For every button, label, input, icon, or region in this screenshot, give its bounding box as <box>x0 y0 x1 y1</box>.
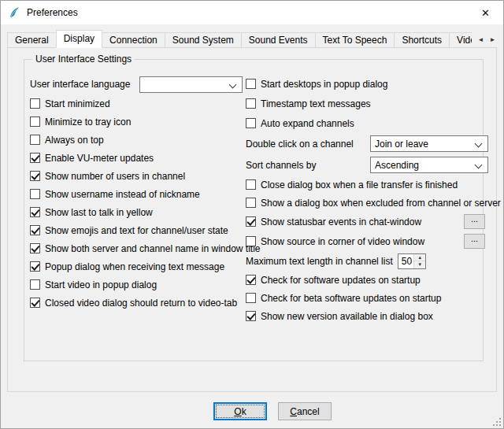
sort-channels-value: Ascending <box>375 160 419 171</box>
checkbox-label: Show both server and channel name in win… <box>45 243 261 254</box>
statusbar-events-more-button[interactable]: ... <box>464 214 485 229</box>
last-talk-checkbox[interactable] <box>30 207 40 217</box>
checkbox-label: Show last to talk in yellow <box>45 207 153 218</box>
vu-meter-checkbox[interactable] <box>30 153 40 163</box>
file-transfer-close-checkbox[interactable] <box>246 179 256 190</box>
double-click-value: Join or leave <box>375 139 428 150</box>
start-minimized-checkbox[interactable] <box>30 98 40 109</box>
checkbox-label: Close dialog box when a file transfer is… <box>261 179 458 190</box>
tab-sound-system[interactable]: Sound System <box>165 32 242 48</box>
tab-scroll-right-icon[interactable]: ► <box>487 32 498 47</box>
cancel-rest: ancel <box>297 406 320 417</box>
checkbox-row: Close dialog box when a file transfer is… <box>246 176 491 194</box>
video-source-more-button[interactable]: ... <box>464 234 485 249</box>
checkbox-row: Always on top <box>30 131 247 149</box>
right-column: Start desktops in popup dialog Timestamp… <box>246 74 491 325</box>
checkbox-label: Show a dialog box when excluded from cha… <box>261 198 501 209</box>
app-icon[interactable] <box>8 6 20 19</box>
title-bar: Preferences ✕ <box>1 1 503 24</box>
checkbox-label: Show emojis and text for channel/user st… <box>45 225 228 236</box>
checkbox-label: Auto expand channels <box>261 118 354 129</box>
cancel-button[interactable]: Cancel <box>278 402 332 420</box>
always-on-top-checkbox[interactable] <box>30 135 40 145</box>
ok-button[interactable]: Ok <box>213 402 267 420</box>
cancel-accel: C <box>290 406 297 417</box>
checkbox-label: Start desktops in popup dialog <box>261 79 387 90</box>
timestamp-checkbox[interactable] <box>246 98 256 109</box>
checkbox-label: Always on top <box>45 135 104 146</box>
tab-general[interactable]: General <box>7 32 57 48</box>
max-text-length-value[interactable]: 50 <box>398 254 413 268</box>
max-text-length-row: Maximum text length in channel list 50 ▲… <box>246 251 491 271</box>
checkbox-label: Show source in corner of video window <box>261 236 458 247</box>
tab-text-to-speech[interactable]: Text To Speech <box>315 32 395 48</box>
updates-checkbox[interactable] <box>246 275 256 285</box>
checkbox-label: Closed video dialog should return to vid… <box>45 298 237 309</box>
video-source-checkbox[interactable] <box>246 236 256 246</box>
desktops-popup-checkbox[interactable] <box>246 79 256 89</box>
statusbar-events-checkbox[interactable] <box>246 216 256 227</box>
checkbox-row: Show last to talk in yellow <box>30 203 247 221</box>
checkbox-row: Show emojis and text for channel/user st… <box>30 221 247 239</box>
checkbox-row: Minimize to tray icon <box>30 113 247 131</box>
language-select[interactable] <box>139 76 243 93</box>
display-tab-page: User Interface Settings User interface l… <box>7 47 497 392</box>
checkbox-label: Start video in popup dialog <box>45 279 157 290</box>
left-column: User interface language Start minimized … <box>30 74 247 312</box>
auto-expand-checkbox[interactable] <box>246 118 256 128</box>
tab-shortcuts[interactable]: Shortcuts <box>394 32 450 48</box>
spinner-up-icon[interactable]: ▲ <box>414 254 425 262</box>
minimize-tray-checkbox[interactable] <box>30 116 40 127</box>
checkbox-label: Show new version available in dialog box <box>261 311 433 322</box>
language-row: User interface language <box>30 74 247 94</box>
checkbox-row: Show number of users in channel <box>30 167 247 185</box>
ok-accel: O <box>234 406 241 417</box>
checkbox-row: Check for software updates on startup <box>246 271 491 289</box>
sort-channels-select[interactable]: Ascending <box>370 157 488 173</box>
window-title-checkbox[interactable] <box>30 243 40 253</box>
double-click-row: Double click on a channel Join or leave <box>246 133 491 154</box>
new-version-checkbox[interactable] <box>246 311 256 321</box>
video-source-row: Show source in corner of video window ..… <box>246 231 491 251</box>
double-click-select[interactable]: Join or leave <box>370 135 488 152</box>
beta-updates-checkbox[interactable] <box>246 293 256 303</box>
sort-channels-row: Sort channels by Ascending <box>246 154 491 176</box>
emoji-checkbox[interactable] <box>30 225 40 235</box>
video-popup-checkbox[interactable] <box>30 279 40 290</box>
checkbox-row: Closed video dialog should return to vid… <box>30 294 247 312</box>
group-title: User Interface Settings <box>32 54 135 65</box>
checkbox-label: Timestamp text messages <box>261 98 371 109</box>
checkbox-row: Show a dialog box when excluded from cha… <box>246 194 491 212</box>
window-title: Preferences <box>27 7 78 18</box>
resize-grip[interactable] <box>491 416 502 427</box>
tab-connection[interactable]: Connection <box>102 32 165 48</box>
checkbox-row: Popup dialog when receiving text message <box>30 257 247 276</box>
checkbox-label: Popup dialog when receiving text message <box>45 261 224 272</box>
tab-video[interactable]: Video <box>449 32 472 48</box>
popup-message-checkbox[interactable] <box>30 261 40 272</box>
checkbox-label: Show username instead of nickname <box>45 189 200 200</box>
tab-bar: General Display Connection Sound System … <box>7 30 472 48</box>
checkbox-row: Start desktops in popup dialog <box>246 74 491 94</box>
tab-scroll-left-icon[interactable]: ◄ <box>475 32 487 47</box>
video-return-checkbox[interactable] <box>30 298 40 308</box>
ok-rest: k <box>242 406 246 417</box>
tab-display[interactable]: Display <box>56 30 102 48</box>
spinner-down-icon[interactable]: ▼ <box>414 261 425 268</box>
checkbox-row: Timestamp text messages <box>246 94 491 113</box>
close-icon[interactable]: ✕ <box>468 1 503 24</box>
checkbox-row: Show both server and channel name in win… <box>30 239 247 257</box>
checkbox-label: Check for beta software updates on start… <box>261 293 441 304</box>
excluded-dialog-checkbox[interactable] <box>246 198 256 208</box>
tab-sound-events[interactable]: Sound Events <box>241 32 316 48</box>
max-text-length-label: Maximum text length in channel list <box>246 256 393 267</box>
double-click-label: Double click on a channel <box>246 139 370 150</box>
spinner-buttons: ▲ ▼ <box>413 254 425 268</box>
user-count-checkbox[interactable] <box>30 171 40 181</box>
checkbox-row: Start minimized <box>30 94 247 113</box>
checkbox-row: Show new version available in dialog box <box>246 307 491 325</box>
checkbox-label: Minimize to tray icon <box>45 116 131 128</box>
checkbox-label: Show number of users in channel <box>45 171 185 182</box>
username-checkbox[interactable] <box>30 189 40 199</box>
checkbox-row: Show username instead of nickname <box>30 185 247 203</box>
